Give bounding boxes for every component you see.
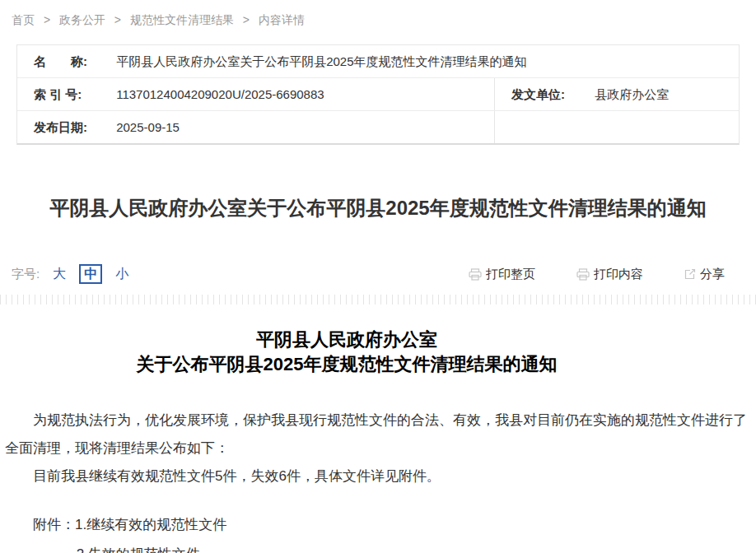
font-size-small-button[interactable]: 小 [115,266,128,283]
breadcrumb-home[interactable]: 首页 [12,13,35,26]
toolbar-actions: 打印整页 打印内容 分享 [469,267,725,282]
font-size-medium-button[interactable]: 中 [79,264,102,284]
font-size-control: 字号: 大 中 小 [12,264,128,284]
attachment-item-2[interactable]: 2.失效的规范性文件 [5,540,751,553]
meta-empty-cell [495,111,739,143]
font-size-label: 字号: [12,267,40,282]
body-paragraph: 为规范执法行为，优化发展环境，保护我县现行规范性文件的合法、有效，我县对目前仍在… [5,407,751,462]
attachments-section: 附件：1.继续有效的规范性文件 2.失效的规范性文件 [5,510,751,553]
print-full-page-label: 打印整页 [486,267,535,282]
share-icon [684,268,696,280]
document-heading: 平阴县人民政府办公室 关于公布平阴县2025年度规范性文件清理结果的通知 [5,328,688,377]
printer-icon [469,268,482,281]
article-toolbar: 字号: 大 中 小 打印整页 打印内容 [12,263,725,285]
breadcrumb-separator: > [44,13,50,26]
article-content: 平阴县人民政府办公室 关于公布平阴县2025年度规范性文件清理结果的通知 为规范… [0,328,756,553]
meta-index-label: 索 引 号: [34,78,113,110]
meta-name-value: 平阴县人民政府办公室关于公布平阴县2025年度规范性文件清理结果的通知 [116,54,526,68]
font-size-large-button[interactable]: 大 [53,266,66,283]
breadcrumb-content-detail[interactable]: 内容详情 [259,13,305,26]
breadcrumb-cleanup-results[interactable]: 规范性文件清理结果 [130,13,234,26]
share-label: 分享 [700,267,725,282]
hatched-divider [0,295,756,304]
meta-name-label: 名 称: [34,45,113,77]
printer-icon [576,268,590,281]
page-title: 平阴县人民政府办公室关于公布平阴县2025年度规范性文件清理结果的通知 [16,196,740,221]
print-full-page-button[interactable]: 打印整页 [469,267,535,282]
meta-issuer-value: 县政府办公室 [595,87,669,101]
breadcrumb-separator: > [114,13,121,26]
document-body: 为规范执法行为，优化发展环境，保护我县现行规范性文件的合法、有效，我县对目前仍在… [5,407,751,490]
breadcrumb-separator: > [243,13,250,26]
meta-row-name: 名 称: 平阴县人民政府办公室关于公布平阴县2025年度规范性文件清理结果的通知 [17,45,739,77]
meta-row-date: 发布日期: 2025-09-15 [17,110,739,143]
share-button[interactable]: 分享 [684,267,725,282]
print-content-label: 打印内容 [594,267,643,282]
attachment-item-1[interactable]: 附件：1.继续有效的规范性文件 [5,510,751,540]
meta-index-value: 11370124004209020U/2025-6690883 [116,87,324,101]
meta-date-label: 发布日期: [34,111,113,143]
body-paragraph: 目前我县继续有效规范性文件5件，失效6件，具体文件详见附件。 [5,462,751,490]
breadcrumb-gov-info[interactable]: 政务公开 [59,13,105,26]
print-content-button[interactable]: 打印内容 [576,267,643,282]
document-meta-table: 名 称: 平阴县人民政府办公室关于公布平阴县2025年度规范性文件清理结果的通知… [16,44,740,145]
meta-row-index: 索 引 号: 11370124004209020U/2025-6690883 发… [17,77,739,110]
document-heading-line1: 平阴县人民政府办公室 [5,328,688,352]
meta-issuer-label: 发文单位: [511,78,591,110]
document-heading-line2: 关于公布平阴县2025年度规范性文件清理结果的通知 [5,352,688,377]
meta-date-value: 2025-09-15 [116,120,180,134]
breadcrumb: 首页 > 政务公开 > 规范性文件清理结果 > 内容详情 [0,0,756,28]
